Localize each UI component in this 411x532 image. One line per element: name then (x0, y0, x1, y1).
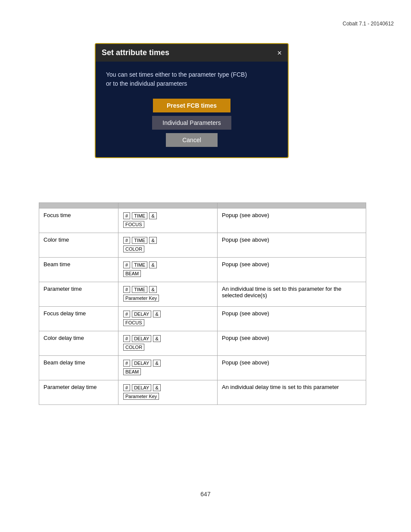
tag-item[interactable]: DELAY (132, 311, 151, 317)
row-tags: #DELAY&Parameter Key (118, 380, 218, 405)
row-tags: #TIME&COLOR (118, 233, 218, 258)
tag-item[interactable]: # (123, 212, 130, 219)
row-name: Focus time (39, 208, 118, 233)
tag-item[interactable]: & (153, 335, 160, 342)
preset-fcb-button[interactable]: Preset FCB times (153, 99, 230, 112)
tag-item[interactable]: & (153, 360, 160, 367)
dialog-title: Set attribute times (102, 48, 169, 57)
tag-item[interactable]: DELAY (132, 335, 151, 342)
dialog-wrapper: Set attribute times × You can set times … (95, 43, 289, 158)
attribute-times-table: Focus time#TIME&FOCUSPopup (see above)Co… (39, 202, 366, 405)
row-description: Popup (see above) (218, 208, 366, 233)
row-name: Parameter time (39, 282, 118, 307)
table-wrapper: Focus time#TIME&FOCUSPopup (see above)Co… (39, 202, 366, 405)
table-row: Focus time#TIME&FOCUSPopup (see above) (39, 208, 366, 233)
table-row: Beam delay time#DELAY&BEAMPopup (see abo… (39, 356, 366, 380)
page-number: 647 (200, 491, 210, 498)
dialog-description-line2: or to the individual parameters (106, 80, 187, 87)
tag-item[interactable]: BEAM (123, 368, 141, 375)
row-tags: #DELAY&COLOR (118, 331, 218, 356)
row-description: Popup (see above) (218, 258, 366, 282)
dialog-titlebar: Set attribute times × (96, 44, 288, 62)
dialog-description: You can set times either to the paramete… (106, 70, 277, 88)
row-name: Beam delay time (39, 356, 118, 380)
table-row: Beam time#TIME&BEAMPopup (see above) (39, 258, 366, 282)
tag-item[interactable]: # (123, 286, 130, 293)
tag-item[interactable]: & (149, 261, 156, 268)
row-name: Color time (39, 233, 118, 258)
tag-item[interactable]: & (149, 212, 156, 219)
tag-item[interactable]: & (149, 286, 156, 293)
tag-item[interactable]: Parameter Key (123, 295, 159, 302)
row-description: Popup (see above) (218, 356, 366, 380)
cancel-button[interactable]: Cancel (166, 133, 218, 147)
row-description: An individual time is set to this parame… (218, 282, 366, 307)
set-attribute-times-dialog: Set attribute times × You can set times … (95, 43, 289, 158)
tag-item[interactable]: BEAM (123, 270, 141, 277)
tag-item[interactable]: TIME (132, 212, 147, 219)
row-tags: #DELAY&FOCUS (118, 307, 218, 331)
tag-item[interactable]: TIME (132, 261, 147, 268)
row-name: Focus delay time (39, 307, 118, 331)
dialog-body: You can set times either to the paramete… (96, 62, 288, 157)
tag-item[interactable]: COLOR (123, 344, 144, 351)
row-description: Popup (see above) (218, 331, 366, 356)
tag-item[interactable]: FOCUS (123, 319, 144, 326)
tag-item[interactable]: # (123, 335, 130, 342)
row-name: Parameter delay time (39, 380, 118, 405)
tag-item[interactable]: TIME (132, 286, 147, 293)
col-header-name (39, 203, 118, 208)
col-header-desc (218, 203, 366, 208)
tag-item[interactable]: # (123, 311, 130, 317)
row-tags: #TIME&BEAM (118, 258, 218, 282)
row-description: Popup (see above) (218, 307, 366, 331)
tag-item[interactable]: DELAY (132, 384, 151, 391)
tag-item[interactable]: & (149, 237, 156, 244)
tag-item[interactable]: # (123, 261, 130, 268)
table-row: Parameter time#TIME&Parameter KeyAn indi… (39, 282, 366, 307)
tag-item[interactable]: & (153, 384, 160, 391)
table-row: Focus delay time#DELAY&FOCUSPopup (see a… (39, 307, 366, 331)
row-description: Popup (see above) (218, 233, 366, 258)
individual-parameters-button[interactable]: Individual Parameters (152, 116, 231, 130)
row-tags: #TIME&Parameter Key (118, 282, 218, 307)
row-tags: #DELAY&BEAM (118, 356, 218, 380)
row-name: Beam time (39, 258, 118, 282)
tag-item[interactable]: & (153, 311, 160, 317)
tag-item[interactable]: TIME (132, 237, 147, 244)
table-row: Parameter delay time#DELAY&Parameter Key… (39, 380, 366, 405)
table-row: Color delay time#DELAY&COLORPopup (see a… (39, 331, 366, 356)
row-name: Color delay time (39, 331, 118, 356)
dialog-buttons: Preset FCB times Individual Parameters C… (106, 99, 277, 147)
dialog-description-line1: You can set times either to the paramete… (106, 71, 247, 78)
tag-item[interactable]: # (123, 360, 130, 367)
row-tags: #TIME&FOCUS (118, 208, 218, 233)
table-row: Color time#TIME&COLORPopup (see above) (39, 233, 366, 258)
row-description: An individual delay time is set to this … (218, 380, 366, 405)
tag-item[interactable]: # (123, 384, 130, 391)
tag-item[interactable]: COLOR (123, 246, 144, 252)
tag-item[interactable]: # (123, 237, 130, 244)
tag-item[interactable]: DELAY (132, 360, 151, 367)
tag-item[interactable]: Parameter Key (123, 393, 159, 400)
col-header-tags (118, 203, 218, 208)
dialog-close-button[interactable]: × (277, 49, 282, 57)
tag-item[interactable]: FOCUS (123, 221, 144, 228)
version-label: Cobalt 7.1 - 20140612 (342, 21, 394, 27)
